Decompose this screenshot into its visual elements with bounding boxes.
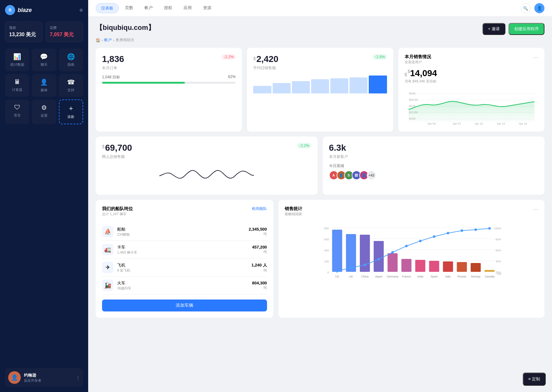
guide-icon: 🌐	[67, 53, 75, 60]
user-menu-icon[interactable]: ⋮	[76, 375, 80, 380]
sidebar-settings-icon[interactable]: ⚙	[79, 8, 83, 13]
breadcrumb-current: 奥弗维耶夫	[116, 37, 134, 43]
sidebar: B blaze ⚙ 预算 13,230 美元 花费 7,057 美元 📊 统计数…	[0, 0, 88, 392]
add-icon: +	[69, 104, 73, 113]
bar-russia	[457, 262, 467, 272]
svg-text:Italy: Italy	[445, 275, 451, 278]
fleet-add-button[interactable]: 添加车辆	[102, 300, 267, 311]
stats-icon: 📊	[13, 53, 21, 60]
fleet-train-count: 36趟列车	[117, 286, 248, 291]
total-prefix: $	[102, 144, 105, 149]
search-button[interactable]: 🔍	[521, 3, 531, 13]
fleet-plane-icon: ✈	[102, 262, 113, 273]
user-avatar-top[interactable]: 👤	[534, 3, 544, 13]
breadcrumb-accounts[interactable]: 帐户	[104, 37, 112, 43]
svg-text:Apr 04: Apr 04	[427, 122, 436, 125]
svg-text:US: US	[335, 275, 339, 278]
svg-text:400: 400	[324, 249, 329, 252]
fleet-train-name: 火车	[117, 280, 248, 286]
calculator-label: 计算器	[12, 87, 22, 92]
stats-subtitle: 最畅销国家	[285, 212, 302, 216]
logo-icon: B	[5, 5, 15, 15]
fleet-ship-unit: 吨	[249, 232, 267, 236]
nav-item-support[interactable]: ☎ 支持	[59, 74, 83, 97]
fleet-truck-amount: 457,200	[252, 245, 267, 249]
avg-sales-metric: $ 2,420 ↑2.6%	[253, 54, 387, 64]
stats-title: 销售统计	[285, 206, 302, 212]
tab-accounts[interactable]: 帐户	[139, 3, 158, 13]
expense-amount: 7,057 美元	[50, 31, 79, 38]
nav-tabs: 仪表板 页数 帐户 授权 应用 资源	[96, 3, 216, 13]
fleet-plane-unit: 吨	[251, 268, 267, 273]
invite-button[interactable]: + 邀请	[482, 23, 505, 35]
monthly-more-btn[interactable]: ···	[533, 54, 538, 61]
tab-dashboard[interactable]: 仪表板	[96, 3, 119, 13]
page-header: 【biqubiqu.com】 + 邀请 创建应用程序	[96, 23, 544, 35]
monthly-sales-title-group: 本月销售情况 全渠道用户	[405, 54, 431, 64]
svg-text:$13.5K: $13.5K	[409, 111, 418, 114]
nav-item-security[interactable]: 🛡 安全	[5, 99, 29, 124]
svg-text:800: 800	[324, 227, 329, 230]
support-icon: ☎	[67, 78, 75, 86]
budget-label: 预算	[9, 25, 38, 30]
stats-title-group: 销售统计 最畅销国家	[285, 206, 302, 220]
sales-stats-card: 销售统计 最畅销国家 ··· 800 600 400 200 0 100%	[278, 200, 544, 318]
heroes-avatars: A 👤 S 碧 👤 +42	[329, 171, 538, 180]
monthly-amount-group: $ 14,094	[405, 66, 538, 79]
settings-icon: ⚙	[41, 104, 47, 111]
nav-item-settings[interactable]: ⚙ 设置	[32, 99, 56, 124]
tab-auth[interactable]: 授权	[159, 3, 177, 13]
svg-text:Canada: Canada	[485, 275, 495, 278]
bar-canada	[484, 270, 494, 272]
fleet-item-train: 🚂 火车 36趟列车 804,300 吨	[102, 277, 267, 294]
bar-france	[401, 259, 411, 272]
new-customers-card: 6.3k 本月新客户 今日英雄 A 👤 S 碧 👤 +42	[323, 137, 545, 195]
nav-item-stats[interactable]: 📊 统计数据	[5, 48, 29, 71]
fleet-plane-amount: 1,240 人	[251, 262, 267, 268]
budget-card: 预算 13,230 美元	[5, 21, 43, 42]
security-icon: 🛡	[14, 104, 20, 111]
fleet-card: 我们的船队吨位 总计 1,247 辆车 检阅舰队 ⛵ 船舶 234艘舰 2,34…	[96, 200, 273, 318]
svg-text:Apr 16: Apr 16	[519, 122, 527, 125]
new-customers-metric: 6.3k	[329, 143, 538, 153]
svg-text:600: 600	[324, 238, 329, 241]
fleet-truck-info: 卡车 1,460 辆卡车	[117, 244, 248, 255]
fleet-item-truck: 🚛 卡车 1,460 辆卡车 457,200 吨	[102, 241, 267, 259]
stats-more-btn[interactable]: ···	[533, 206, 538, 213]
user-avatar: 👤	[8, 371, 21, 384]
new-customers-label: 本月新客户	[329, 154, 538, 160]
heroes-label: 今日英雄	[329, 163, 538, 169]
svg-text:$10K: $10K	[409, 117, 416, 120]
breadcrumb-home[interactable]: 🏠	[96, 38, 100, 42]
heroes-section: 今日英雄 A 👤 S 碧 👤 +42	[329, 163, 538, 180]
fleet-header: 我们的船队吨位 总计 1,247 辆车 检阅舰队	[102, 206, 267, 221]
svg-text:Japan: Japan	[375, 275, 383, 278]
fleet-ship-info: 船舶 234艘舰	[117, 227, 245, 237]
total-sales-value: 69,700	[105, 143, 132, 153]
dot-india	[419, 240, 421, 242]
dot-canada	[488, 227, 491, 230]
tab-resources[interactable]: 资源	[198, 3, 216, 13]
nav-item-calculator[interactable]: 🖩 计算器	[5, 74, 29, 97]
nav-item-add[interactable]: + 添新	[59, 99, 83, 124]
new-customers-value: 6.3k	[329, 143, 346, 153]
bar7	[369, 76, 387, 93]
create-button[interactable]: 创建应用程序	[509, 23, 544, 35]
monthly-sales-header: 本月销售情况 全渠道用户 ···	[405, 54, 538, 64]
nav-item-guide[interactable]: 🌐 指南	[59, 48, 83, 71]
fleet-truck-name: 卡车	[117, 244, 248, 250]
tab-apps[interactable]: 应用	[179, 3, 197, 13]
dot-japan	[377, 258, 380, 260]
fleet-link[interactable]: 检阅舰队	[252, 206, 267, 211]
tab-pages[interactable]: 页数	[120, 3, 138, 13]
budget-section: 预算 13,230 美元 花费 7,057 美元	[5, 21, 83, 42]
expense-card: 花费 7,057 美元	[46, 21, 83, 42]
customize-button[interactable]: ≡ 定制	[523, 372, 546, 386]
fleet-title: 我们的船队吨位	[102, 206, 133, 212]
nav-item-chat[interactable]: 💬 聊天	[32, 48, 56, 71]
progress-bar	[102, 82, 236, 84]
fleet-truck-unit: 吨	[252, 249, 267, 254]
nav-item-media[interactable]: 👤 媒体	[32, 74, 56, 97]
settings-label: 设置	[41, 113, 48, 118]
dot-us	[336, 270, 338, 272]
